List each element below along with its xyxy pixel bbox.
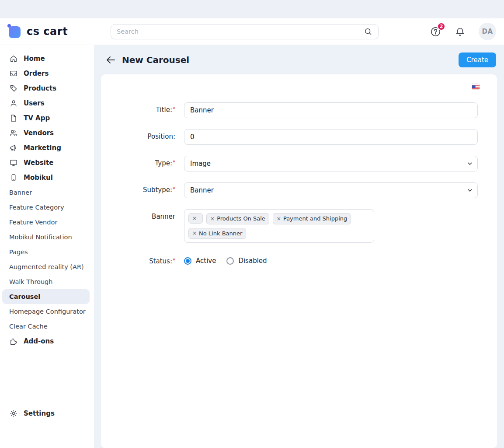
sidebar-item-marketing[interactable]: Marketing — [0, 140, 94, 155]
remove-tag-icon[interactable]: × — [277, 216, 281, 222]
sidebar-item-website[interactable]: Website — [0, 155, 94, 170]
sidebar: Home Orders Products Users TV App — [0, 45, 94, 448]
sidebar-subitem-label: Feature Vendor — [9, 219, 57, 226]
status-disabled-option[interactable]: Disabled — [226, 257, 267, 265]
banner-label: Banner — [101, 209, 184, 220]
sidebar-item-pages[interactable]: Pages — [0, 245, 94, 259]
radio-selected-icon[interactable] — [184, 257, 191, 265]
sidebar-subitem-label: Homepage Configurator — [9, 308, 86, 315]
global-search[interactable] — [111, 24, 379, 39]
required-asterisk: * — [173, 257, 175, 263]
sidebar-subitem-label: Augmented reality (AR) — [9, 263, 84, 270]
file-icon — [9, 114, 18, 122]
subtype-label: Subtype:* — [101, 182, 184, 194]
sidebar-item-vendors[interactable]: Vendors — [0, 126, 94, 140]
user-avatar[interactable]: DA — [479, 23, 496, 40]
avatar-initials: DA — [482, 28, 493, 35]
tag-label: No Link Banner — [199, 230, 242, 237]
sidebar-subitem-label: Clear Cache — [9, 323, 48, 330]
radio-unselected-icon[interactable] — [226, 257, 234, 265]
subtype-select[interactable]: Banner — [184, 182, 478, 198]
search-icon[interactable] — [364, 27, 372, 36]
sidebar-item-mobikul-notification[interactable]: Mobikul Notification — [0, 230, 94, 245]
status-active-option[interactable]: Active — [184, 257, 216, 265]
sidebar-item-feature-category[interactable]: Feature Category — [0, 200, 94, 215]
sidebar-item-carousel[interactable]: Carousel — [2, 289, 90, 304]
notifications-bell-icon[interactable] — [455, 26, 466, 37]
help-button[interactable]: 2 — [430, 26, 441, 38]
sidebar-item-homepage-configurator[interactable]: Homepage Configurator — [0, 304, 94, 319]
tag-label: Payment and Shipping — [283, 215, 347, 222]
chevron-down-icon — [467, 187, 473, 193]
sidebar-item-settings[interactable]: Settings — [0, 406, 94, 421]
chevron-down-icon — [467, 161, 473, 167]
required-asterisk: * — [173, 159, 175, 165]
sidebar-item-label: Settings — [24, 410, 55, 417]
sidebar-item-addons[interactable]: Add-ons — [0, 334, 94, 349]
banner-tag[interactable]: × — [188, 213, 203, 224]
language-us-flag-icon[interactable] — [472, 84, 480, 89]
form-card: Title:* Position: Type:* Image — [101, 74, 497, 448]
back-arrow-icon[interactable] — [105, 54, 117, 66]
sidebar-item-feature-vendor[interactable]: Feature Vendor — [0, 215, 94, 230]
cs-cart-logo[interactable]: cs cart — [9, 25, 68, 38]
sidebar-item-orders[interactable]: Orders — [0, 66, 94, 81]
sidebar-subitem-label: Carousel — [9, 293, 40, 300]
smartphone-icon — [9, 173, 18, 182]
sidebar-item-home[interactable]: Home — [0, 51, 94, 66]
title-label: Title:* — [101, 102, 184, 114]
type-label: Type:* — [101, 156, 184, 167]
sidebar-item-label: Orders — [24, 70, 49, 77]
search-input[interactable] — [117, 28, 364, 35]
type-select-value: Image — [190, 160, 211, 168]
cs-cart-logo-text: cs cart — [27, 25, 68, 38]
megaphone-icon — [9, 144, 18, 152]
products-icon — [9, 84, 18, 93]
banner-tag[interactable]: ×Payment and Shipping — [273, 213, 351, 224]
subtype-select-value: Banner — [190, 186, 214, 194]
type-select[interactable]: Image — [184, 156, 478, 172]
sidebar-subitem-label: Pages — [9, 248, 28, 256]
remove-tag-icon[interactable]: × — [210, 216, 215, 222]
vendors-icon — [9, 129, 18, 137]
sidebar-subitem-label: Feature Category — [9, 204, 64, 211]
sidebar-subitem-label: Mobikul Notification — [9, 234, 72, 241]
required-asterisk: * — [173, 186, 175, 192]
sidebar-item-label: Marketing — [24, 144, 61, 152]
sidebar-subitem-label: Walk Through — [9, 278, 52, 285]
top-strip — [0, 0, 504, 18]
sidebar-item-label: Add-ons — [24, 337, 54, 345]
title-input[interactable] — [184, 102, 478, 118]
gear-icon — [9, 409, 18, 418]
help-badge: 2 — [437, 22, 445, 31]
subtype-row: Subtype:* Banner — [101, 182, 497, 198]
radio-label: Disabled — [238, 257, 267, 265]
monitor-icon — [9, 158, 18, 167]
sidebar-item-mobikul[interactable]: Mobikul — [0, 170, 94, 185]
position-input[interactable] — [184, 129, 478, 145]
main-content: New Carousel Create — [94, 45, 504, 448]
banner-row: Banner × ×Products On Sale ×Payment and … — [101, 209, 497, 243]
sidebar-item-walk-through[interactable]: Walk Through — [0, 274, 94, 289]
sidebar-item-clear-cache[interactable]: Clear Cache — [0, 319, 94, 334]
sidebar-item-tv-app[interactable]: TV App — [0, 111, 94, 126]
sidebar-item-banner[interactable]: Banner — [0, 185, 94, 200]
page-header: New Carousel Create — [101, 45, 497, 74]
remove-tag-icon[interactable]: × — [192, 230, 197, 236]
banner-tag[interactable]: ×Products On Sale — [206, 213, 269, 224]
sidebar-item-label: Products — [24, 84, 56, 92]
remove-tag-icon[interactable]: × — [192, 215, 197, 221]
banner-tag[interactable]: ×No Link Banner — [188, 228, 246, 239]
create-button[interactable]: Create — [459, 52, 496, 67]
status-label: Status:* — [101, 254, 184, 265]
sidebar-item-label: TV App — [24, 114, 50, 122]
sidebar-item-users[interactable]: Users — [0, 96, 94, 111]
banner-multiselect[interactable]: × ×Products On Sale ×Payment and Shippin… — [184, 209, 374, 243]
position-row: Position: — [101, 129, 497, 145]
orders-icon — [9, 69, 18, 78]
sidebar-subitem-label: Banner — [9, 189, 32, 196]
status-options: Active Disabled — [184, 254, 267, 265]
sidebar-item-augmented-reality[interactable]: Augmented reality (AR) — [0, 259, 94, 274]
page-title: New Carousel — [122, 55, 189, 65]
sidebar-item-products[interactable]: Products — [0, 81, 94, 96]
